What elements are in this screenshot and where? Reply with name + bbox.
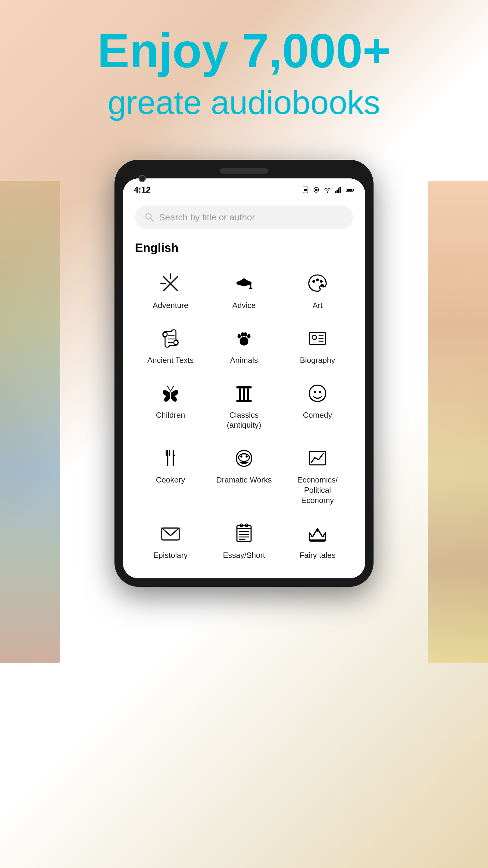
svg-point-3 xyxy=(315,189,318,191)
signal-icon xyxy=(335,187,342,193)
svg-point-73 xyxy=(316,530,318,532)
svg-line-14 xyxy=(151,218,153,221)
epistolary-label: Epistolary xyxy=(153,550,188,561)
section-label: English xyxy=(135,241,353,255)
category-animals[interactable]: Animals xyxy=(208,319,280,372)
svg-point-46 xyxy=(173,385,174,387)
category-fairy-tales[interactable]: Fairy tales xyxy=(282,514,353,567)
bg-books-left xyxy=(0,181,60,663)
category-comedy[interactable]: Comedy xyxy=(282,374,353,437)
svg-rect-12 xyxy=(347,189,352,191)
children-label: Children xyxy=(156,410,185,421)
epistolary-icon xyxy=(158,521,183,546)
headline-main: Enjoy 7,000+ xyxy=(0,24,488,77)
phone-camera xyxy=(138,175,146,182)
category-art[interactable]: Art xyxy=(282,264,353,317)
screen-content: Search by title or author English xyxy=(123,198,365,578)
category-children[interactable]: Children xyxy=(135,374,206,437)
animals-label: Animals xyxy=(230,355,258,366)
svg-point-74 xyxy=(311,535,313,537)
category-economics[interactable]: Economics/ Political Economy xyxy=(282,439,353,512)
svg-rect-56 xyxy=(166,450,167,456)
essay-short-icon xyxy=(232,521,256,546)
svg-rect-9 xyxy=(339,187,341,193)
svg-rect-22 xyxy=(249,288,253,289)
wifi-icon xyxy=(324,187,331,193)
svg-point-52 xyxy=(314,391,316,393)
svg-rect-48 xyxy=(239,388,241,400)
art-label: Art xyxy=(313,301,322,311)
biography-icon xyxy=(305,327,330,350)
svg-point-45 xyxy=(167,385,168,387)
svg-rect-72 xyxy=(310,539,326,541)
svg-point-59 xyxy=(240,456,242,458)
ancient-texts-icon xyxy=(158,327,183,350)
svg-point-23 xyxy=(313,280,315,283)
search-icon xyxy=(144,213,154,222)
fairy-tales-label: Fairy tales xyxy=(299,550,335,561)
advice-icon xyxy=(232,272,256,296)
phone-screen: 4:12 xyxy=(123,179,365,578)
dramatic-works-label: Dramatic Works xyxy=(216,475,272,485)
status-time: 4:12 xyxy=(134,185,151,195)
phone-frame: 4:12 xyxy=(115,160,373,587)
status-icons xyxy=(302,186,354,193)
essay-short-label: Essay/Short xyxy=(223,550,265,561)
economics-label: Economics/ Political Economy xyxy=(287,475,348,505)
animals-icon xyxy=(232,327,256,350)
svg-point-38 xyxy=(312,335,316,339)
svg-rect-11 xyxy=(353,189,354,191)
category-dramatic-works[interactable]: Dramatic Works xyxy=(208,439,280,512)
phone-speaker xyxy=(220,168,268,174)
headline-sub: greate audiobooks xyxy=(0,83,488,121)
category-cookery[interactable]: Cookery xyxy=(135,439,206,512)
dramatic-works-icon xyxy=(232,446,256,470)
sim-icon xyxy=(302,186,309,193)
battery-icon xyxy=(346,187,354,193)
svg-rect-1 xyxy=(304,189,307,191)
svg-point-35 xyxy=(244,332,247,336)
category-advice[interactable]: Advice xyxy=(208,264,280,317)
svg-rect-50 xyxy=(247,388,249,400)
economics-icon xyxy=(305,446,330,470)
classics-icon xyxy=(232,381,256,405)
svg-rect-57 xyxy=(169,450,170,456)
ancient-texts-label: Ancient Texts xyxy=(147,355,194,366)
fairy-tales-icon xyxy=(305,521,330,546)
svg-point-33 xyxy=(237,334,241,338)
adventure-icon xyxy=(158,272,183,296)
svg-rect-63 xyxy=(237,525,251,541)
svg-line-43 xyxy=(168,387,170,391)
svg-rect-51 xyxy=(236,400,252,402)
svg-point-26 xyxy=(321,284,324,287)
location-icon xyxy=(313,186,320,193)
category-classics[interactable]: Classics (antiquity) xyxy=(208,374,280,437)
svg-point-5 xyxy=(327,192,328,193)
svg-point-24 xyxy=(316,278,319,281)
svg-rect-47 xyxy=(236,386,252,388)
svg-point-53 xyxy=(319,391,321,393)
category-adventure[interactable]: Adventure xyxy=(135,264,206,317)
categories-grid: Adventure Adv xyxy=(135,264,353,566)
children-icon xyxy=(158,381,183,405)
svg-point-32 xyxy=(240,337,249,345)
phone-container: 4:12 xyxy=(115,160,373,587)
category-epistolary[interactable]: Epistolary xyxy=(135,514,206,567)
svg-rect-6 xyxy=(335,191,336,193)
cookery-icon xyxy=(158,446,183,470)
category-ancient-texts[interactable]: Ancient Texts xyxy=(135,319,206,372)
svg-rect-8 xyxy=(338,188,339,193)
svg-point-75 xyxy=(323,535,324,537)
bg-books-right xyxy=(428,181,488,663)
category-essay-short[interactable]: Essay/Short xyxy=(208,514,280,567)
adventure-label: Adventure xyxy=(153,301,189,311)
status-bar: 4:12 xyxy=(123,179,365,198)
art-icon xyxy=(305,272,330,296)
svg-rect-7 xyxy=(336,190,338,193)
header-area: Enjoy 7,000+ greate audiobooks xyxy=(0,0,488,121)
category-biography[interactable]: Biography xyxy=(282,319,353,372)
svg-point-27 xyxy=(163,332,167,336)
search-placeholder-text: Search by title or author xyxy=(159,212,255,222)
search-bar[interactable]: Search by title or author xyxy=(135,206,353,229)
svg-point-28 xyxy=(174,340,178,344)
